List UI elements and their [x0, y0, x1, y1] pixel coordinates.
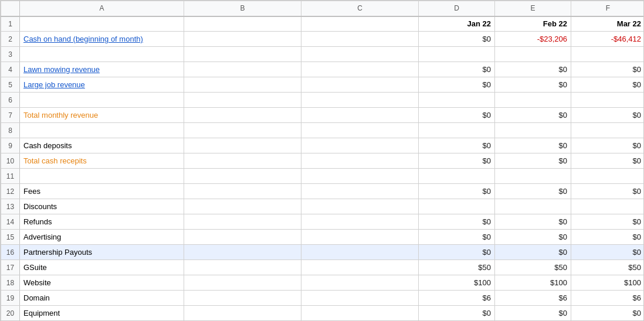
table-row[interactable]: 1Jan 22Feb 22Mar 22	[1, 16, 645, 32]
table-row[interactable]: 20Equipment$0$0$0	[1, 306, 645, 321]
cell-e-4[interactable]: $0	[495, 62, 571, 77]
table-row[interactable]: 14Refunds$0$0$0	[1, 214, 645, 230]
cell-f-17[interactable]: $50	[571, 260, 645, 275]
cell-b-12[interactable]	[184, 184, 301, 199]
cell-b-5[interactable]	[184, 77, 301, 93]
cell-d-14[interactable]: $0	[419, 214, 495, 230]
cell-c-16[interactable]	[301, 245, 419, 260]
col-header-b[interactable]: B	[184, 1, 301, 16]
cell-c-6[interactable]	[301, 93, 419, 108]
cell-c-9[interactable]	[301, 138, 419, 153]
cell-e-8[interactable]	[495, 123, 571, 138]
table-row[interactable]: 3	[1, 47, 645, 62]
cell-a-9[interactable]: Cash deposits	[20, 138, 184, 153]
cell-e-5[interactable]: $0	[495, 77, 571, 93]
cell-c-11[interactable]	[301, 169, 419, 184]
cell-f-5[interactable]: $0	[571, 77, 645, 93]
cell-a-14[interactable]: Refunds	[20, 214, 184, 230]
table-row[interactable]: 6	[1, 93, 645, 108]
cell-c-12[interactable]	[301, 184, 419, 199]
table-row[interactable]: 17GSuite$50$50$50	[1, 260, 645, 275]
table-row[interactable]: 5Large job revenue$0$0$0	[1, 77, 645, 93]
cell-b-16[interactable]	[184, 245, 301, 260]
cell-b-1[interactable]	[184, 16, 301, 32]
cell-d-3[interactable]	[419, 47, 495, 62]
cell-c-10[interactable]	[301, 153, 419, 169]
cell-d-12[interactable]: $0	[419, 184, 495, 199]
cell-f-18[interactable]: $100	[571, 275, 645, 291]
cell-d-10[interactable]: $0	[419, 153, 495, 169]
cell-d-1[interactable]: Jan 22	[419, 16, 495, 32]
cell-e-16[interactable]: $0	[495, 245, 571, 260]
cell-c-18[interactable]	[301, 275, 419, 291]
col-header-f[interactable]: F	[571, 1, 645, 16]
cell-a-16[interactable]: Partnership Payouts	[20, 245, 184, 260]
table-row[interactable]: 19Domain$6$6$6	[1, 291, 645, 306]
table-row[interactable]: 8	[1, 123, 645, 138]
cell-a-1[interactable]	[20, 16, 184, 32]
table-row[interactable]: 11	[1, 169, 645, 184]
cell-a-2[interactable]: Cash on hand (beginning of month)	[20, 32, 184, 47]
table-row[interactable]: 10Total cash recepits$0$0$0	[1, 153, 645, 169]
cell-e-13[interactable]	[495, 199, 571, 214]
cell-e-1[interactable]: Feb 22	[495, 16, 571, 32]
cell-c-17[interactable]	[301, 260, 419, 275]
cell-e-9[interactable]: $0	[495, 138, 571, 153]
cell-d-15[interactable]: $0	[419, 230, 495, 245]
cell-a-4[interactable]: Lawn mowing revenue	[20, 62, 184, 77]
cell-e-18[interactable]: $100	[495, 275, 571, 291]
cell-e-12[interactable]: $0	[495, 184, 571, 199]
cell-f-10[interactable]: $0	[571, 153, 645, 169]
cell-f-7[interactable]: $0	[571, 108, 645, 123]
cell-b-14[interactable]	[184, 214, 301, 230]
cell-e-6[interactable]	[495, 93, 571, 108]
cell-b-10[interactable]	[184, 153, 301, 169]
col-header-d[interactable]: D	[419, 1, 495, 16]
cell-d-20[interactable]: $0	[419, 306, 495, 321]
cell-b-4[interactable]	[184, 62, 301, 77]
cell-e-19[interactable]: $6	[495, 291, 571, 306]
table-row[interactable]: 13Discounts	[1, 199, 645, 214]
cell-b-7[interactable]	[184, 108, 301, 123]
cell-b-8[interactable]	[184, 123, 301, 138]
cell-e-7[interactable]: $0	[495, 108, 571, 123]
cell-f-12[interactable]: $0	[571, 184, 645, 199]
cell-b-3[interactable]	[184, 47, 301, 62]
cell-b-2[interactable]	[184, 32, 301, 47]
cell-f-9[interactable]: $0	[571, 138, 645, 153]
cell-f-15[interactable]: $0	[571, 230, 645, 245]
cell-a-18[interactable]: Website	[20, 275, 184, 291]
cell-a-7[interactable]: Total monthly revenue	[20, 108, 184, 123]
cell-e-15[interactable]: $0	[495, 230, 571, 245]
cell-f-20[interactable]: $0	[571, 306, 645, 321]
cell-c-20[interactable]	[301, 306, 419, 321]
cell-d-7[interactable]: $0	[419, 108, 495, 123]
cell-a-6[interactable]	[20, 93, 184, 108]
cell-e-14[interactable]: $0	[495, 214, 571, 230]
cell-c-14[interactable]	[301, 214, 419, 230]
cell-c-19[interactable]	[301, 291, 419, 306]
cell-c-4[interactable]	[301, 62, 419, 77]
cell-a-13[interactable]: Discounts	[20, 199, 184, 214]
cell-b-6[interactable]	[184, 93, 301, 108]
cell-c-8[interactable]	[301, 123, 419, 138]
table-row[interactable]: 2Cash on hand (beginning of month)$0-$23…	[1, 32, 645, 47]
cell-f-8[interactable]	[571, 123, 645, 138]
cell-a-8[interactable]	[20, 123, 184, 138]
cell-d-18[interactable]: $100	[419, 275, 495, 291]
cell-b-13[interactable]	[184, 199, 301, 214]
cell-b-17[interactable]	[184, 260, 301, 275]
table-row[interactable]: 4Lawn mowing revenue$0$0$0	[1, 62, 645, 77]
cell-b-9[interactable]	[184, 138, 301, 153]
cell-d-11[interactable]	[419, 169, 495, 184]
cell-a-20[interactable]: Equipment	[20, 306, 184, 321]
cell-d-9[interactable]: $0	[419, 138, 495, 153]
cell-a-3[interactable]	[20, 47, 184, 62]
cell-b-20[interactable]	[184, 306, 301, 321]
cell-d-6[interactable]	[419, 93, 495, 108]
cell-d-8[interactable]	[419, 123, 495, 138]
cell-c-7[interactable]	[301, 108, 419, 123]
cell-f-6[interactable]	[571, 93, 645, 108]
cell-a-5[interactable]: Large job revenue	[20, 77, 184, 93]
cell-f-19[interactable]: $6	[571, 291, 645, 306]
